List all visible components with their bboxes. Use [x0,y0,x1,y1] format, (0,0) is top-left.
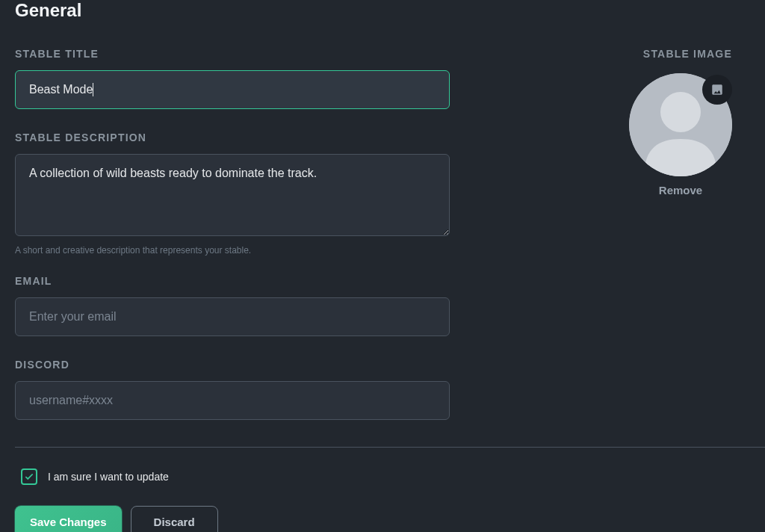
upload-image-button[interactable] [702,75,732,105]
add-image-icon [710,83,724,96]
remove-image-button[interactable]: Remove [659,184,702,197]
text-caret-icon [93,83,93,96]
email-input[interactable] [15,297,450,336]
stable-title-label: STABLE TITLE [15,48,450,60]
stable-title-value: Beast Mode [29,83,93,96]
stable-description-input[interactable] [15,154,450,236]
confirm-update-label: I am sure I want to update [48,471,169,483]
svg-point-1 [660,92,701,132]
confirm-update-checkbox[interactable] [21,468,37,485]
stable-image-label: STABLE IMAGE [643,48,732,60]
email-label: EMAIL [15,275,450,287]
save-changes-button[interactable]: Save Changes [15,506,122,532]
stable-description-hint: A short and creative description that re… [15,245,450,256]
discard-button[interactable]: Discard [131,506,218,532]
section-divider [15,447,765,448]
discord-label: DISCORD [15,359,450,371]
check-icon [24,471,34,482]
page-title: General [15,0,765,21]
stable-title-input[interactable]: Beast Mode [15,70,450,109]
discord-input[interactable] [15,381,450,420]
stable-description-label: STABLE DESCRIPTION [15,132,450,143]
